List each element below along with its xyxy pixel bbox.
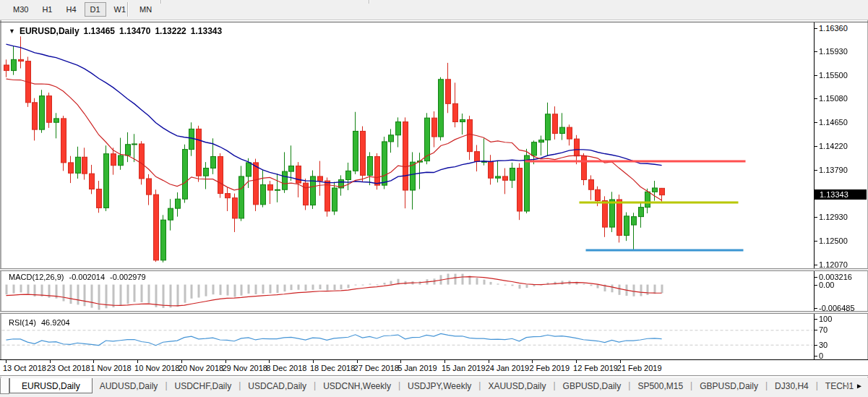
timeframe-buttons: M30 H1 H4 D1 W1 MN (7, 2, 158, 17)
price-tick: 1.15930 (819, 47, 867, 56)
tab-scroll-right-icon[interactable]: ► (856, 382, 863, 390)
toolbar-separator (127, 2, 129, 17)
rsi-axis-tick: 70 (819, 325, 867, 335)
rsi-value: 46.9204 (41, 318, 70, 327)
timeframe-toolbar: M30 H1 H4 D1 W1 MN (0, 0, 868, 20)
date-label: 15 Jan 2019 (442, 364, 486, 372)
timeframe-h4-button[interactable]: H4 (60, 2, 82, 17)
time-axis: 13 Oct 2018 23 Oct 2018 1 Nov 2018 10 No… (0, 360, 868, 375)
price-tick: 1.12930 (819, 213, 867, 222)
price-tick: 1.12070 (819, 260, 867, 270)
macd-value: -0.002014 (69, 273, 105, 281)
tab-usdchf-daily[interactable]: USDCHF,Daily (168, 378, 239, 397)
ohlc-close: 1.13343 (191, 26, 222, 36)
ohlc-high: 1.13470 (119, 26, 150, 36)
chart-tab-bar: EURUSD,Daily AUDUSD,Daily | USDCHF,Daily… (0, 378, 868, 397)
date-label: 5 Jan 2019 (398, 364, 437, 372)
date-label: 20 Nov 2018 (179, 364, 223, 372)
chart-symbol-title: EURUSD,Daily (20, 26, 80, 36)
chart-frame-top (0, 22, 868, 22)
toolbar-separator-mark (160, 0, 162, 4)
rsi-label: RSI(14) 46.9204 (9, 318, 73, 327)
tab-audusd-daily[interactable]: AUDUSD,Daily (93, 378, 166, 397)
date-label: 18 Dec 2018 (310, 364, 355, 372)
tab-usdcnh-weekly[interactable]: USDCNH,Weekly (316, 378, 398, 397)
price-tick: 1.15080 (819, 94, 867, 103)
rsi-axis-tick: 30 (819, 341, 867, 350)
price-tick: 1.16360 (819, 24, 867, 33)
tab-xauusd-daily[interactable]: XAUUSD,Daily (481, 378, 553, 397)
date-label: 1 Nov 2018 (90, 364, 131, 372)
date-label: 8 Dec 2018 (266, 364, 306, 372)
tab-scroll-left-icon[interactable]: ◄ (843, 382, 851, 390)
date-label: 29 Nov 2018 (223, 364, 267, 372)
tab-gbpusd-daily[interactable]: GBPUSD,Daily (556, 378, 629, 397)
ohlc-collapse-icon[interactable]: ▼ (9, 27, 15, 35)
toolbar-separator-mark (369, 0, 370, 4)
tab-dj30-h4[interactable]: DJ30,H4 (768, 378, 816, 397)
chart-canvas[interactable] (0, 22, 814, 360)
date-label: 21 Feb 2019 (617, 364, 662, 372)
macd-signal-value: -0.002979 (110, 273, 146, 281)
timeframe-mn-button[interactable]: MN (134, 2, 158, 17)
date-label: 27 Dec 2018 (354, 364, 399, 372)
rsi-pane-splitter[interactable] (0, 311, 868, 314)
macd-label: MACD(12,26,9) -0.002014 -0.002979 (9, 273, 149, 281)
date-label: 10 Nov 2018 (134, 364, 179, 372)
timeframe-h1-button[interactable]: H1 (36, 2, 58, 17)
macd-pane-splitter[interactable] (0, 268, 868, 271)
date-label: 13 Oct 2018 (3, 364, 46, 372)
window-bottom-edge (0, 375, 868, 377)
price-tick: 1.15500 (819, 71, 867, 80)
tab-sp500-m15[interactable]: SP500,M15 (630, 378, 690, 397)
tab-gbpusd-daily-2[interactable]: GBPUSD,Daily (692, 378, 765, 397)
price-tick: 1.14220 (819, 142, 867, 151)
rsi-axis-tick: 100 (819, 315, 867, 324)
tab-tech1[interactable]: TECH1 (818, 378, 861, 397)
date-label: 24 Jan 2019 (486, 364, 530, 372)
ohlc-low: 1.13222 (155, 26, 186, 36)
rsi-axis-tick: 0 (819, 351, 867, 361)
ohlc-open: 1.13465 (84, 26, 115, 36)
date-label: 12 Feb 2019 (573, 364, 618, 372)
current-price-tag: 1.13343 (815, 189, 867, 200)
tab-usdjpy-weekly[interactable]: USDJPY,Weekly (400, 378, 478, 397)
chart-header: ▼ EURUSD,Daily 1.13465 1.13470 1.13222 1… (9, 26, 222, 36)
tab-usdcad-daily[interactable]: USDCAD,Daily (241, 378, 314, 397)
price-tick: 1.13790 (819, 166, 867, 175)
macd-axis-tick: -0.006485 (819, 304, 867, 313)
timeframe-m30-button[interactable]: M30 (7, 2, 34, 17)
tab-bar-left-stub (0, 378, 9, 394)
macd-axis-tick: 0.00 (819, 281, 867, 290)
price-tick: 1.12500 (819, 236, 867, 246)
date-label: 2 Feb 2019 (529, 364, 570, 372)
terminal-screen: M30 H1 H4 D1 W1 MN ▼ EURUSD,Daily 1.1346… (0, 0, 868, 397)
tab-eurusd-daily[interactable]: EURUSD,Daily (9, 378, 93, 393)
timeframe-d1-button[interactable]: D1 (85, 2, 106, 17)
price-tick: 1.14650 (819, 118, 867, 127)
rsi-indicator-name: RSI(14) (9, 318, 36, 327)
macd-indicator-name: MACD(12,26,9) (9, 273, 64, 281)
date-label: 23 Oct 2018 (47, 364, 90, 372)
